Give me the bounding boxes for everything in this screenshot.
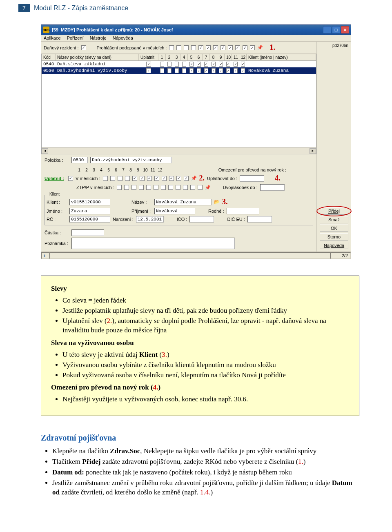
- row-m-chk[interactable]: [219, 62, 223, 67]
- row-m-chk[interactable]: [212, 68, 216, 73]
- col-m6[interactable]: 6: [195, 54, 203, 60]
- vm-chk[interactable]: [103, 176, 108, 181]
- vm-chk[interactable]: [118, 176, 122, 181]
- vm-chk[interactable]: [125, 176, 130, 181]
- ztp-chk[interactable]: [161, 185, 166, 190]
- klient-field[interactable]: v0155120000: [69, 199, 110, 205]
- row-upl-chk[interactable]: [146, 68, 151, 73]
- month-chk-11[interactable]: [243, 45, 247, 50]
- ztp-chk[interactable]: [198, 185, 203, 190]
- row-m-chk[interactable]: [175, 62, 179, 67]
- col-m9[interactable]: 9: [217, 54, 225, 60]
- ztp-chk[interactable]: [176, 185, 180, 190]
- row-m-chk[interactable]: [204, 62, 208, 67]
- col-m5[interactable]: 5: [188, 54, 195, 60]
- scroll-left-button[interactable]: ◄: [42, 148, 48, 154]
- pushpin-icon[interactable]: 📌: [191, 176, 197, 181]
- month-chk-5[interactable]: [198, 45, 203, 50]
- col-nazev[interactable]: Název položky (slevy na dani): [56, 54, 139, 60]
- menu-nastroje[interactable]: Nástroje: [90, 36, 107, 40]
- col-m4[interactable]: 4: [180, 54, 188, 60]
- col-kod[interactable]: Kód: [42, 54, 56, 60]
- rezident-checkbox[interactable]: [81, 45, 86, 50]
- folder-icon[interactable]: 📂: [214, 199, 220, 205]
- row-m-chk[interactable]: [167, 62, 172, 67]
- storno-button[interactable]: Storno: [320, 233, 348, 240]
- row-m-chk[interactable]: [204, 68, 208, 73]
- nazev-field[interactable]: Nováková Zuzana: [154, 199, 212, 205]
- row-m-chk[interactable]: [175, 68, 179, 73]
- poznamka-field[interactable]: [71, 238, 235, 249]
- col-m12[interactable]: 12: [239, 54, 247, 60]
- h-scrollbar[interactable]: ◄ ►: [42, 147, 316, 154]
- col-m11[interactable]: 11: [232, 54, 239, 60]
- ztp-chk[interactable]: [154, 185, 158, 190]
- dic-field[interactable]: [247, 216, 272, 223]
- row-m-chk[interactable]: [234, 68, 238, 73]
- col-klient[interactable]: Klient (jméno | název): [247, 54, 316, 60]
- napoveda-button[interactable]: Nápověda: [320, 242, 348, 249]
- col-m2[interactable]: 2: [166, 54, 173, 60]
- menu-napoveda[interactable]: Nápověda: [113, 36, 133, 40]
- vm-chk[interactable]: [184, 176, 189, 181]
- menu-aplikace[interactable]: Aplikace: [44, 36, 61, 40]
- vm-chk[interactable]: [162, 176, 167, 181]
- col-m1[interactable]: 1: [158, 54, 166, 60]
- ztp-chk[interactable]: [117, 185, 122, 190]
- vm-chk[interactable]: [147, 176, 152, 181]
- maximize-button[interactable]: □: [332, 26, 340, 33]
- month-chk-9[interactable]: [228, 45, 233, 50]
- month-chk-2[interactable]: [176, 45, 181, 50]
- ztp-chk[interactable]: [146, 185, 151, 190]
- row-m-chk[interactable]: [212, 62, 216, 67]
- smaz-button[interactable]: Smaž: [320, 216, 348, 223]
- row-m-chk[interactable]: [241, 62, 245, 67]
- pushpin-icon[interactable]: 📌: [205, 185, 211, 190]
- month-chk-8[interactable]: [220, 45, 225, 50]
- castka-field[interactable]: [71, 229, 104, 236]
- row-m-chk[interactable]: [234, 62, 238, 67]
- row-m-chk[interactable]: [241, 68, 245, 73]
- month-chk-12[interactable]: [250, 45, 255, 50]
- row-m-chk[interactable]: [226, 68, 230, 73]
- ok-button[interactable]: OK: [320, 225, 348, 232]
- polozka-name-field[interactable]: Daň.zvýhodnění vyživ.osoby: [90, 157, 172, 163]
- jmeno-field[interactable]: Zuzana: [69, 208, 110, 214]
- ztp-chk[interactable]: [139, 185, 144, 190]
- col-m3[interactable]: 3: [173, 54, 180, 60]
- ztp-chk[interactable]: [190, 185, 195, 190]
- vm-chk[interactable]: [110, 176, 115, 181]
- month-chk-6[interactable]: [206, 45, 211, 50]
- row-upl-chk[interactable]: [146, 62, 151, 67]
- polozka-code-field[interactable]: 0530: [71, 157, 88, 163]
- row-m-chk[interactable]: [226, 62, 230, 67]
- ztp-chk[interactable]: [131, 185, 136, 190]
- ico-field[interactable]: [189, 216, 214, 223]
- col-m8[interactable]: 8: [210, 54, 217, 60]
- vm-chk[interactable]: [176, 176, 181, 181]
- rc-field[interactable]: 0155120000: [69, 216, 110, 223]
- vm-chk[interactable]: [132, 176, 137, 181]
- pushpin-icon[interactable]: 📌: [257, 45, 263, 51]
- scroll-right-button[interactable]: ►: [310, 148, 316, 154]
- scroll-track[interactable]: [48, 148, 310, 154]
- vm-chk[interactable]: [140, 176, 145, 181]
- status-info-icon[interactable]: i: [41, 252, 49, 259]
- row-m-chk[interactable]: [182, 68, 186, 73]
- uplatnit-checkbox[interactable]: [68, 176, 73, 181]
- month-chk-3[interactable]: [184, 45, 189, 50]
- month-chk-7[interactable]: [213, 45, 218, 50]
- prijmeni-field[interactable]: Nováková: [154, 208, 195, 214]
- col-m10[interactable]: 10: [225, 54, 232, 60]
- menu-porizeni[interactable]: Pořízení: [67, 36, 84, 40]
- col-uplatnit[interactable]: Uplatnit: [139, 54, 158, 60]
- row-m-chk[interactable]: [197, 62, 201, 67]
- ztp-chk[interactable]: [168, 185, 173, 190]
- table-row-selected[interactable]: 0530 Daň.zvýhodnění vyživ.osoby: [42, 67, 316, 74]
- month-chk-1[interactable]: [169, 45, 174, 50]
- table-row[interactable]: 0540 Daň.sleva základní: [42, 61, 316, 67]
- vm-chk[interactable]: [169, 176, 174, 181]
- uplat-do-field[interactable]: [240, 175, 264, 182]
- row-m-chk[interactable]: [189, 68, 194, 73]
- vm-chk[interactable]: [154, 176, 159, 181]
